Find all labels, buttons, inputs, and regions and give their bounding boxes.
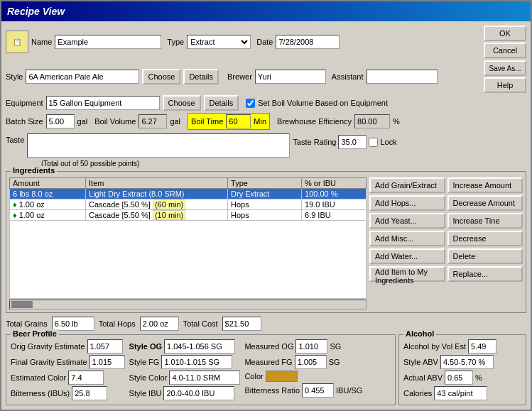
batch-size-label: Batch Size [6, 117, 43, 126]
taste-total-label: (Total out of 50 possible points) [41, 160, 526, 168]
style-ibu-label: Style IBU [129, 389, 162, 398]
abv-est-value [468, 339, 496, 354]
batch-unit: gal [77, 117, 88, 126]
taste-label: Taste [6, 136, 24, 144]
col-pct-ibu: % or IBU [302, 178, 367, 189]
style-color-label: Style Color [129, 373, 168, 382]
final-gravity-label: Final Gravity Estimate [11, 358, 87, 366]
bitterness-ratio-label: Bitterness Ratio [244, 386, 300, 395]
bitterness-ratio-value [302, 383, 334, 398]
actual-abv-input[interactable] [445, 371, 473, 385]
batch-size-input[interactable] [46, 114, 75, 128]
delete-button[interactable]: Delete [447, 248, 523, 264]
add-water-button[interactable]: Add Water... [369, 248, 445, 264]
equipment-input[interactable] [46, 96, 160, 110]
style-og-label: Style OG [129, 342, 162, 351]
bitterness-ratio-unit: IBU/SG [336, 386, 362, 395]
measured-og-unit: SG [330, 342, 341, 351]
help-button[interactable]: Help [484, 77, 526, 93]
increase-time-button[interactable]: Increase Tine [447, 213, 523, 229]
bitterness-label: Bitterness (IBUs) [11, 389, 70, 398]
assistant-label: Assistant [332, 72, 364, 81]
color-swatch [266, 371, 298, 382]
add-grain-button[interactable]: Add Grain/Extract [369, 177, 445, 193]
measured-fg-input[interactable] [295, 355, 327, 369]
cell-pct-ibu: 19.0 IBU [302, 199, 367, 210]
color-label: Color [244, 372, 263, 380]
table-row[interactable]: 6 lbs 8.0 oz Light Dry Extract (8.0 SRM)… [10, 189, 367, 199]
measured-og-input[interactable] [295, 339, 327, 354]
actual-abv-unit: % [475, 373, 482, 382]
window-title: Recipe View [7, 6, 65, 17]
table-row[interactable]: ♦ 1.00 oz Cascade [5.50 %] (10 min) Hops… [10, 210, 367, 221]
date-input[interactable] [276, 35, 340, 49]
boil-time-input[interactable] [226, 114, 251, 128]
name-label: Name [31, 38, 52, 46]
style-ibu-value [163, 386, 234, 400]
cell-type: Hops [228, 210, 302, 221]
equipment-details-button[interactable]: Details [204, 95, 239, 111]
taste-rating-input[interactable] [338, 135, 367, 149]
equipment-choose-button[interactable]: Choose [163, 95, 201, 111]
lock-checkbox[interactable] [369, 138, 378, 147]
style-fg-value [161, 355, 232, 369]
add-misc-button[interactable]: Add Misc... [369, 231, 445, 246]
total-grains-label: Total Grains [6, 319, 48, 328]
efficiency-unit: % [393, 117, 400, 126]
measured-og-label: Measured OG [244, 342, 293, 351]
taste-textarea[interactable] [27, 133, 290, 158]
style-fg-label: Style FG [129, 358, 160, 366]
equipment-label: Equipment [6, 99, 43, 107]
cell-amount: ♦ 1.00 oz [10, 210, 86, 221]
ingredients-table: Amount Item Type % or IBU 6 lbs 8.0 oz L… [9, 177, 367, 221]
decrease-time-button[interactable]: Decrease [447, 231, 523, 246]
est-color-label: Estimated Color [11, 373, 66, 382]
add-hops-button[interactable]: Add Hops... [369, 195, 445, 211]
decrease-amount-button[interactable]: Decrease Amount [447, 195, 523, 211]
add-to-ingredients-button[interactable]: Add Item to My Ingredients [369, 266, 445, 282]
date-label: Date [256, 38, 273, 46]
type-select[interactable]: Extract All Grain Partial Mash [187, 35, 251, 49]
alcohol-section: Alcohol Alcohol by Vol Est Style ABV Act… [398, 334, 526, 405]
orig-gravity-label: Orig Gravity Estimate [11, 342, 85, 351]
abv-est-label: Alcohol by Vol Est [403, 342, 466, 351]
style-details-button[interactable]: Details [183, 69, 219, 84]
col-type: Type [228, 178, 302, 189]
taste-rating-label: Taste Rating [293, 138, 336, 146]
main-window: Recipe View 📋 Name Type Extract All Grai… [0, 0, 532, 411]
cell-amount: 6 lbs 8.0 oz [10, 189, 86, 199]
title-bar: Recipe View [1, 1, 531, 21]
efficiency-input[interactable] [354, 114, 390, 128]
style-choose-button[interactable]: Choose [142, 69, 180, 84]
ok-button[interactable]: OK [484, 26, 526, 41]
bitterness-value [72, 386, 107, 400]
set-boil-volume-label: Set Boil Volume Based on Equipment [258, 99, 388, 107]
style-label: Style [6, 72, 23, 81]
final-gravity-value [89, 355, 125, 369]
beer-profile-section: Beer Profile Orig Gravity Estimate Final… [6, 334, 396, 405]
cell-item: Cascade [5.50 %] (60 min) [86, 199, 228, 210]
beer-profile-label: Beer Profile [11, 329, 59, 338]
cell-item: Light Dry Extract (8.0 SRM) [86, 189, 228, 199]
boil-volume-label: Boil Volume [94, 117, 136, 126]
type-label: Type [167, 38, 184, 46]
brewer-input[interactable] [255, 70, 326, 84]
cancel-button[interactable]: Cancel [484, 43, 526, 58]
efficiency-label: Brewhouse Efficiency [277, 117, 352, 126]
add-yeast-button[interactable]: Add Yeast... [369, 213, 445, 229]
cell-amount: ♦ 1.00 oz [10, 199, 86, 210]
style-input[interactable] [26, 70, 139, 84]
replace-button[interactable]: Replace... [447, 266, 523, 282]
increase-amount-button[interactable]: Increase Amount [447, 177, 523, 193]
cell-pct-ibu: 100.00 % [302, 189, 367, 199]
set-boil-volume-checkbox[interactable] [246, 99, 255, 108]
cell-type: Hops [228, 199, 302, 210]
assistant-input[interactable] [367, 70, 438, 84]
actual-abv-label: Actual ABV [403, 373, 443, 382]
table-row[interactable]: ♦ 1.00 oz Cascade [5.50 %] (60 min) Hops… [10, 199, 367, 210]
boil-volume-input[interactable] [139, 114, 167, 128]
save-as-button[interactable]: Save As... [484, 60, 526, 76]
boil-time-label: Boil Time [191, 117, 223, 126]
name-input[interactable] [55, 35, 161, 49]
ingredients-buttons: Add Grain/Extract Increase Amount Add Ho… [369, 177, 523, 309]
